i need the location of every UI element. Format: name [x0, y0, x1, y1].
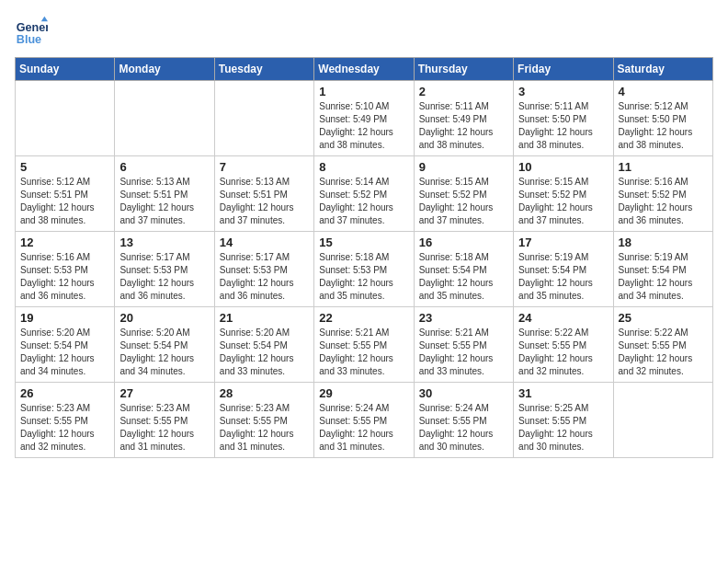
calendar-day-cell: 8Sunrise: 5:14 AM Sunset: 5:52 PM Daylig… [314, 156, 414, 232]
calendar-day-cell: 31Sunrise: 5:25 AM Sunset: 5:55 PM Dayli… [514, 383, 613, 458]
calendar-day-cell: 28Sunrise: 5:23 AM Sunset: 5:55 PM Dayli… [214, 383, 313, 458]
calendar-day-cell: 16Sunrise: 5:18 AM Sunset: 5:54 PM Dayli… [414, 232, 513, 307]
calendar-day-cell: 23Sunrise: 5:21 AM Sunset: 5:55 PM Dayli… [414, 307, 513, 383]
day-info: Sunrise: 5:24 AM Sunset: 5:55 PM Dayligh… [319, 402, 408, 454]
calendar-week-row: 19Sunrise: 5:20 AM Sunset: 5:54 PM Dayli… [16, 307, 713, 383]
day-number: 10 [518, 160, 608, 174]
calendar-day-cell [16, 81, 115, 156]
calendar-day-cell: 3Sunrise: 5:11 AM Sunset: 5:50 PM Daylig… [514, 81, 613, 156]
day-info: Sunrise: 5:11 AM Sunset: 5:49 PM Dayligh… [419, 100, 508, 152]
weekday-header-cell: Sunday [16, 58, 115, 81]
day-number: 9 [419, 160, 508, 174]
day-number: 24 [518, 311, 608, 325]
calendar-day-cell: 9Sunrise: 5:15 AM Sunset: 5:52 PM Daylig… [414, 156, 513, 232]
day-info: Sunrise: 5:23 AM Sunset: 5:55 PM Dayligh… [220, 402, 309, 454]
day-number: 12 [20, 236, 109, 249]
calendar-day-cell: 26Sunrise: 5:23 AM Sunset: 5:55 PM Dayli… [16, 383, 115, 458]
calendar-day-cell: 14Sunrise: 5:17 AM Sunset: 5:53 PM Dayli… [214, 232, 313, 307]
day-number: 16 [419, 236, 508, 249]
day-info: Sunrise: 5:19 AM Sunset: 5:54 PM Dayligh… [518, 251, 608, 303]
day-number: 13 [119, 236, 209, 249]
calendar-day-cell: 10Sunrise: 5:15 AM Sunset: 5:52 PM Dayli… [514, 156, 613, 232]
calendar-day-cell: 27Sunrise: 5:23 AM Sunset: 5:55 PM Dayli… [115, 383, 214, 458]
day-info: Sunrise: 5:20 AM Sunset: 5:54 PM Dayligh… [220, 327, 309, 378]
day-info: Sunrise: 5:13 AM Sunset: 5:51 PM Dayligh… [119, 176, 209, 227]
logo: General Blue [15, 15, 48, 48]
svg-text:Blue: Blue [17, 33, 41, 46]
calendar-day-cell: 29Sunrise: 5:24 AM Sunset: 5:55 PM Dayli… [314, 383, 414, 458]
day-info: Sunrise: 5:20 AM Sunset: 5:54 PM Dayligh… [20, 327, 109, 378]
weekday-header-cell: Saturday [613, 58, 712, 81]
day-number: 1 [319, 85, 408, 98]
calendar-day-cell: 21Sunrise: 5:20 AM Sunset: 5:54 PM Dayli… [214, 307, 313, 383]
day-number: 4 [619, 85, 708, 98]
day-number: 26 [20, 386, 109, 400]
day-number: 2 [419, 85, 508, 98]
calendar-day-cell: 17Sunrise: 5:19 AM Sunset: 5:54 PM Dayli… [514, 232, 613, 307]
calendar-day-cell: 6Sunrise: 5:13 AM Sunset: 5:51 PM Daylig… [115, 156, 214, 232]
calendar-week-row: 1Sunrise: 5:10 AM Sunset: 5:49 PM Daylig… [16, 81, 713, 156]
calendar-day-cell: 5Sunrise: 5:12 AM Sunset: 5:51 PM Daylig… [16, 156, 115, 232]
svg-marker-2 [41, 17, 48, 21]
calendar-day-cell: 25Sunrise: 5:22 AM Sunset: 5:55 PM Dayli… [613, 307, 712, 383]
weekday-header-cell: Tuesday [214, 58, 313, 81]
day-number: 27 [119, 386, 209, 400]
weekday-header-cell: Thursday [414, 58, 513, 81]
day-info: Sunrise: 5:15 AM Sunset: 5:52 PM Dayligh… [419, 176, 508, 227]
day-info: Sunrise: 5:16 AM Sunset: 5:52 PM Dayligh… [619, 176, 708, 227]
day-info: Sunrise: 5:19 AM Sunset: 5:54 PM Dayligh… [619, 251, 708, 303]
calendar-week-row: 26Sunrise: 5:23 AM Sunset: 5:55 PM Dayli… [16, 383, 713, 458]
day-number: 5 [20, 160, 109, 174]
weekday-header-row: SundayMondayTuesdayWednesdayThursdayFrid… [16, 58, 713, 81]
day-info: Sunrise: 5:16 AM Sunset: 5:53 PM Dayligh… [20, 251, 109, 303]
calendar-body: 1Sunrise: 5:10 AM Sunset: 5:49 PM Daylig… [16, 81, 713, 458]
calendar-day-cell: 15Sunrise: 5:18 AM Sunset: 5:53 PM Dayli… [314, 232, 414, 307]
day-number: 25 [619, 311, 708, 325]
day-info: Sunrise: 5:21 AM Sunset: 5:55 PM Dayligh… [419, 327, 508, 378]
calendar-day-cell: 2Sunrise: 5:11 AM Sunset: 5:49 PM Daylig… [414, 81, 513, 156]
calendar-day-cell: 7Sunrise: 5:13 AM Sunset: 5:51 PM Daylig… [214, 156, 313, 232]
day-info: Sunrise: 5:11 AM Sunset: 5:50 PM Dayligh… [518, 100, 608, 152]
calendar-week-row: 5Sunrise: 5:12 AM Sunset: 5:51 PM Daylig… [16, 156, 713, 232]
day-number: 17 [518, 236, 608, 249]
calendar-day-cell: 11Sunrise: 5:16 AM Sunset: 5:52 PM Dayli… [613, 156, 712, 232]
calendar-day-cell: 20Sunrise: 5:20 AM Sunset: 5:54 PM Dayli… [115, 307, 214, 383]
calendar-day-cell: 1Sunrise: 5:10 AM Sunset: 5:49 PM Daylig… [314, 81, 414, 156]
day-number: 19 [20, 311, 109, 325]
day-number: 11 [619, 160, 708, 174]
day-info: Sunrise: 5:15 AM Sunset: 5:52 PM Dayligh… [518, 176, 608, 227]
day-info: Sunrise: 5:14 AM Sunset: 5:52 PM Dayligh… [319, 176, 408, 227]
calendar-day-cell: 30Sunrise: 5:24 AM Sunset: 5:55 PM Dayli… [414, 383, 513, 458]
day-number: 28 [220, 386, 309, 400]
calendar-day-cell [115, 81, 214, 156]
day-info: Sunrise: 5:21 AM Sunset: 5:55 PM Dayligh… [319, 327, 408, 378]
day-number: 6 [119, 160, 209, 174]
day-info: Sunrise: 5:24 AM Sunset: 5:55 PM Dayligh… [419, 402, 508, 454]
day-info: Sunrise: 5:12 AM Sunset: 5:51 PM Dayligh… [20, 176, 109, 227]
day-number: 22 [319, 311, 408, 325]
day-info: Sunrise: 5:18 AM Sunset: 5:53 PM Dayligh… [319, 251, 408, 303]
page-header: General Blue [15, 15, 713, 48]
day-info: Sunrise: 5:25 AM Sunset: 5:55 PM Dayligh… [518, 402, 608, 454]
calendar-day-cell: 24Sunrise: 5:22 AM Sunset: 5:55 PM Dayli… [514, 307, 613, 383]
day-info: Sunrise: 5:17 AM Sunset: 5:53 PM Dayligh… [119, 251, 209, 303]
day-info: Sunrise: 5:12 AM Sunset: 5:50 PM Dayligh… [619, 100, 708, 152]
calendar-week-row: 12Sunrise: 5:16 AM Sunset: 5:53 PM Dayli… [16, 232, 713, 307]
calendar-day-cell: 13Sunrise: 5:17 AM Sunset: 5:53 PM Dayli… [115, 232, 214, 307]
calendar-day-cell [214, 81, 313, 156]
calendar-day-cell [613, 383, 712, 458]
day-number: 3 [518, 85, 608, 98]
logo-icon: General Blue [15, 15, 48, 48]
day-info: Sunrise: 5:22 AM Sunset: 5:55 PM Dayligh… [518, 327, 608, 378]
day-number: 29 [319, 386, 408, 400]
day-number: 23 [419, 311, 508, 325]
day-number: 31 [518, 386, 608, 400]
weekday-header-cell: Monday [115, 58, 214, 81]
day-info: Sunrise: 5:13 AM Sunset: 5:51 PM Dayligh… [220, 176, 309, 227]
weekday-header-cell: Friday [514, 58, 613, 81]
day-number: 20 [119, 311, 209, 325]
day-info: Sunrise: 5:22 AM Sunset: 5:55 PM Dayligh… [619, 327, 708, 378]
calendar-day-cell: 22Sunrise: 5:21 AM Sunset: 5:55 PM Dayli… [314, 307, 414, 383]
calendar-day-cell: 19Sunrise: 5:20 AM Sunset: 5:54 PM Dayli… [16, 307, 115, 383]
calendar-day-cell: 4Sunrise: 5:12 AM Sunset: 5:50 PM Daylig… [613, 81, 712, 156]
